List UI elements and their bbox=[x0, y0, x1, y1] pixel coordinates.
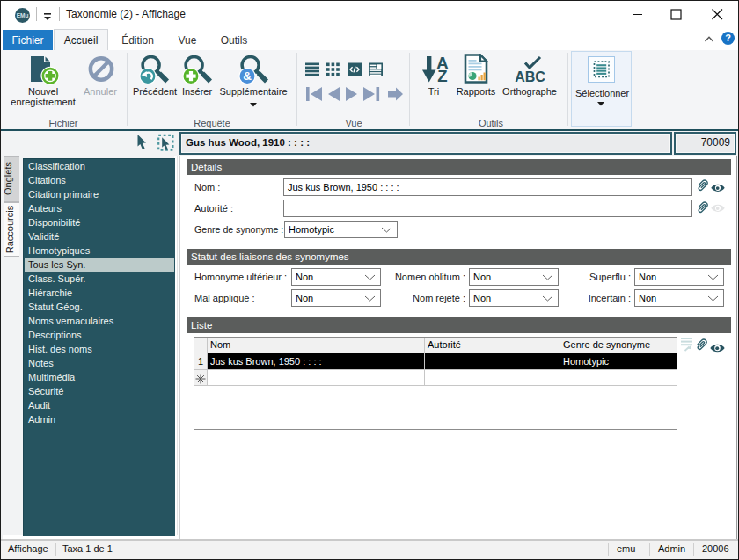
svg-text:Z: Z bbox=[437, 67, 447, 84]
svg-text:&: & bbox=[243, 69, 252, 83]
svg-text:ABC: ABC bbox=[515, 69, 545, 84]
